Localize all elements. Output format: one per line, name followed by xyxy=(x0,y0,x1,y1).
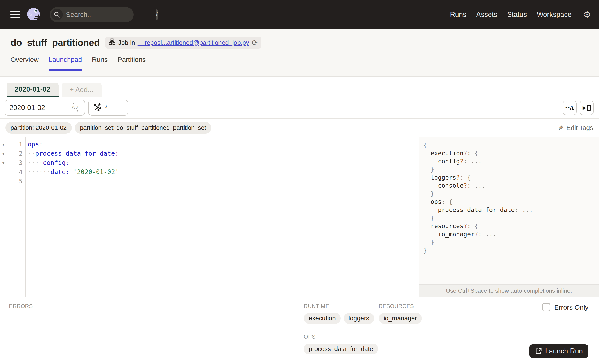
schema-line: console?: ... xyxy=(423,182,599,190)
errors-only-toggle[interactable]: Errors Only xyxy=(542,303,588,311)
graph-icon xyxy=(109,38,115,47)
line-number: 1 xyxy=(7,141,23,148)
line-text: ····config: xyxy=(23,159,69,166)
edit-tags-label: Edit Tags xyxy=(566,124,593,132)
svg-text:Z: Z xyxy=(76,104,79,111)
scaffold-icon: ▶ xyxy=(582,105,586,111)
expand-autocompletions-icon: ••A xyxy=(565,105,574,111)
schema-line: { xyxy=(423,141,599,149)
line-number: 4 xyxy=(7,168,23,175)
edit-tags-button[interactable]: ✎ Edit Tags xyxy=(558,124,593,132)
errors-panel: ERRORS xyxy=(0,297,299,364)
nav-item-runs[interactable]: Runs xyxy=(450,11,466,19)
nav-item-assets[interactable]: Assets xyxy=(476,11,497,19)
launch-run-button[interactable]: Launch Run xyxy=(529,344,588,358)
schema-line: ops: { xyxy=(423,198,599,206)
svg-text:A: A xyxy=(71,104,75,111)
line-number: 2 xyxy=(7,150,23,157)
tag-pill-0: partition: 2020-01-02 xyxy=(5,122,72,134)
line-number: 3 xyxy=(7,159,23,166)
dagster-logo-icon[interactable] xyxy=(26,7,41,22)
schema-line: config?: ... xyxy=(423,157,599,165)
editor-line[interactable]: 4······date: '2020-01-02' xyxy=(0,167,419,177)
launchpad-toolbar: A Z ••A ▶ xyxy=(0,97,599,119)
schema-line: process_data_for_date: ... xyxy=(423,206,599,214)
launchpad-config-tabs: 2020-01-02+ Add... xyxy=(0,77,599,97)
page-title: do_stuff_partitioned xyxy=(11,37,100,48)
expand-autocompletions-button[interactable]: ••A xyxy=(563,101,577,115)
line-number: 5 xyxy=(7,178,23,185)
op-selector-input[interactable] xyxy=(105,104,118,112)
op-selector[interactable] xyxy=(88,100,128,116)
partition-select[interactable]: A Z xyxy=(5,100,85,116)
job-tabs: OverviewLaunchpadRunsPartitions xyxy=(11,56,588,71)
schema-line: } xyxy=(423,190,599,198)
job-badge-prefix: Job in xyxy=(118,39,135,46)
errors-only-checkbox[interactable] xyxy=(542,303,550,311)
tags-row: partition: 2020-01-02partition_set: do_s… xyxy=(0,119,599,138)
external-link-icon xyxy=(535,348,542,355)
reload-icon[interactable]: ⟳ xyxy=(252,39,258,46)
tab-partitions[interactable]: Partitions xyxy=(118,56,146,71)
pencil-icon: ✎ xyxy=(558,124,564,132)
tab-launchpad[interactable]: Launchpad xyxy=(49,56,82,71)
gutter-divider xyxy=(25,138,26,297)
fold-arrow-icon[interactable]: ▾ xyxy=(0,151,7,156)
bottom-panel: ERRORS RUNTIMEexecutionloggers RESOURCES… xyxy=(0,297,599,364)
config-tab-partition[interactable]: 2020-01-02 xyxy=(7,83,59,97)
summary-pill-execution[interactable]: execution xyxy=(304,313,341,324)
editor-line[interactable]: ▾3····config: xyxy=(0,158,419,167)
fold-arrow-icon[interactable]: ▾ xyxy=(0,142,7,147)
section-label-resources: RESOURCES xyxy=(379,303,444,309)
launch-run-label: Launch Run xyxy=(545,347,583,355)
nav-item-workspace[interactable]: Workspace xyxy=(537,11,572,19)
config-schema-panel: { execution?: { config?: ... } loggers?:… xyxy=(419,138,599,297)
global-search[interactable]: / xyxy=(50,7,134,22)
summary-pill-io_manager[interactable]: io_manager xyxy=(379,313,422,324)
app-header: / RunsAssetsStatusWorkspace⚙ xyxy=(0,0,599,29)
schema-line: resources?: { xyxy=(423,222,599,230)
section-label-ops: OPS xyxy=(304,334,448,340)
section-label-runtime: RUNTIME xyxy=(304,303,374,309)
tab-runs[interactable]: Runs xyxy=(92,56,108,71)
config-editor[interactable]: ▾1ops:▾2··process_data_for_date:▾3····co… xyxy=(0,138,419,297)
line-text: ······date: '2020-01-02' xyxy=(23,168,119,176)
autocomplete-hint: Use Ctrl+Space to show auto-completions … xyxy=(419,284,599,297)
schema-line: } xyxy=(423,246,599,254)
scaffold-icon-rect xyxy=(587,105,591,111)
job-header: do_stuff_partitioned Job in __reposi...a… xyxy=(0,29,599,77)
partition-input[interactable] xyxy=(9,104,71,112)
tab-overview[interactable]: Overview xyxy=(11,56,39,71)
job-file-link[interactable]: __reposi...artitioned@partitioned_job.py xyxy=(138,39,249,46)
line-text: ··process_data_for_date: xyxy=(23,150,119,157)
search-icon xyxy=(51,9,63,20)
menu-icon[interactable] xyxy=(10,11,20,18)
schema-line: io_manager?: ... xyxy=(423,230,599,238)
tag-pill-1: partition_set: do_stuff_partitioned_part… xyxy=(75,122,211,134)
schema-view: { execution?: { config?: ... } loggers?:… xyxy=(419,138,599,284)
scaffold-missing-config-button[interactable]: ▶ xyxy=(580,101,594,115)
sort-az-icon: A Z xyxy=(71,103,80,113)
errors-label: ERRORS xyxy=(9,303,299,309)
schema-line: loggers?: { xyxy=(423,173,599,182)
search-shortcut-key: / xyxy=(156,9,158,20)
add-config-tab-button[interactable]: + Add... xyxy=(62,83,102,97)
config-summary: RUNTIMEexecutionloggers RESOURCESio_mana… xyxy=(299,297,448,364)
settings-gear-icon[interactable]: ⚙ xyxy=(583,10,591,19)
editor-line[interactable]: ▾2··process_data_for_date: xyxy=(0,149,419,158)
launchpad-main: ▾1ops:▾2··process_data_for_date:▾3····co… xyxy=(0,138,599,297)
job-origin-badge: Job in __reposi...artitioned@partitioned… xyxy=(105,37,262,49)
schema-line: } xyxy=(423,238,599,246)
editor-line[interactable]: ▾1ops: xyxy=(0,140,419,149)
search-input[interactable] xyxy=(63,11,156,18)
op-selector-icon xyxy=(93,103,102,113)
schema-line: } xyxy=(423,214,599,222)
summary-pill-loggers[interactable]: loggers xyxy=(344,313,374,324)
fold-arrow-icon[interactable]: ▾ xyxy=(0,160,7,165)
schema-line: } xyxy=(423,165,599,173)
errors-only-label: Errors Only xyxy=(554,303,588,311)
schema-line: execution?: { xyxy=(423,149,599,157)
summary-pill-process_data_for_date[interactable]: process_data_for_date xyxy=(304,344,378,354)
nav-item-status[interactable]: Status xyxy=(507,11,527,19)
editor-line[interactable]: 5 xyxy=(0,177,419,186)
